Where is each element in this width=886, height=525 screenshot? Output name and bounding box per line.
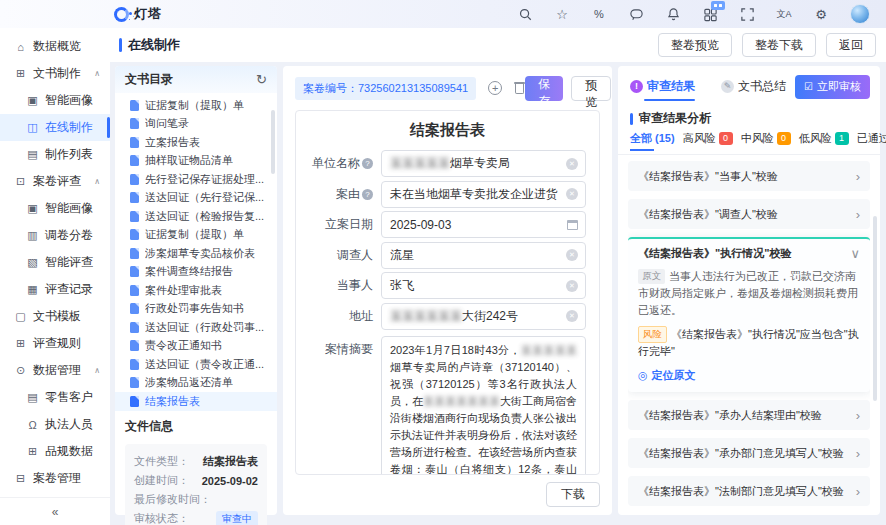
doc-item-4[interactable]: 先行登记保存证据处理... bbox=[115, 170, 277, 189]
sidebar-item-9[interactable]: ▦ 评查记录 bbox=[0, 276, 110, 303]
sidebar-item-12[interactable]: ⊙ 数据管理 ∧ bbox=[0, 357, 110, 384]
doc-item-9[interactable]: 案件调查终结报告 bbox=[115, 263, 277, 282]
download-button[interactable]: 下载 bbox=[546, 482, 600, 507]
file-icon bbox=[130, 377, 139, 388]
doc-item-10[interactable]: 案件处理审批表 bbox=[115, 281, 277, 300]
filter-mid-risk[interactable]: 中风险0 bbox=[741, 131, 791, 146]
review-now-button[interactable]: ☑ 立即审核 bbox=[795, 75, 870, 99]
download-all-button[interactable]: 整卷下载 bbox=[742, 33, 816, 57]
check-card-investigator[interactable]: 《结案报告表》"调查人"校验› bbox=[628, 199, 870, 229]
doc-item-8[interactable]: 涉案烟草专卖品核价表 bbox=[115, 244, 277, 263]
created-time-value: 2025-09-02 bbox=[202, 475, 258, 487]
topbar: 灯塔 ☆ % 文A ⚙ bbox=[0, 0, 886, 28]
header-actions: 整卷预览 整卷下载 返回 bbox=[658, 33, 876, 57]
sidebar-item-label: 评查记录 bbox=[45, 281, 93, 298]
check-card-closing-reason[interactable]: 《结案报告表》"承办人结案理由"校验› bbox=[628, 400, 870, 430]
clear-icon[interactable]: ✕ bbox=[566, 310, 578, 322]
sidebar-item-10[interactable]: ▢ 文书模板 bbox=[0, 303, 110, 330]
fullscreen-icon[interactable] bbox=[739, 6, 755, 22]
clear-icon[interactable]: ✕ bbox=[566, 249, 578, 261]
favorite-icon[interactable]: ☆ bbox=[554, 6, 570, 22]
filter-all[interactable]: 全部 (15) bbox=[630, 131, 675, 146]
collapse-icon: « bbox=[52, 505, 59, 519]
check-card-dept-opinion[interactable]: 《结案报告表》"承办部门意见填写人"校验› bbox=[628, 438, 870, 468]
clear-icon[interactable]: ✕ bbox=[566, 158, 578, 170]
check-card-execution-header[interactable]: 《结案报告表》"执行情况"校验∨ bbox=[638, 246, 860, 261]
refresh-icon[interactable]: ↻ bbox=[256, 72, 267, 87]
sidebar-item-6[interactable]: ▣ 智能画像 bbox=[0, 195, 110, 222]
sidebar-item-15[interactable]: ⊞ 品规数据 bbox=[0, 438, 110, 465]
review-panel: ! 审查结果 ✎ 文书总结 ☑ 立即审核 审查结果分析 全部 (15) 高风险0… bbox=[618, 66, 880, 515]
doc-item-5[interactable]: 送达回证（先行登记保... bbox=[115, 189, 277, 208]
info-icon[interactable]: ? bbox=[362, 158, 373, 169]
translate-icon[interactable]: 文A bbox=[776, 6, 792, 22]
doc-list-scrollbar[interactable] bbox=[271, 110, 275, 174]
doc-item-16[interactable]: 结案报告表 bbox=[115, 392, 277, 411]
doc-item-12[interactable]: 送达回证（行政处罚事... bbox=[115, 318, 277, 337]
user-avatar[interactable] bbox=[850, 4, 870, 24]
discount-icon[interactable]: % bbox=[591, 6, 607, 22]
risk-tag: 风险 bbox=[638, 326, 667, 343]
tab-doc-summary[interactable]: ✎ 文书总结 bbox=[721, 78, 786, 95]
doc-item-label: 证据复制（提取）单 bbox=[145, 98, 244, 113]
investigator-input[interactable]: 流星 ✕ bbox=[381, 242, 586, 269]
file-type-row: 文件类型： 结案报告表 bbox=[134, 452, 258, 471]
sidebar-item-4[interactable]: ▤ 制作列表 bbox=[0, 141, 110, 168]
sidebar-item-13[interactable]: ▤ 零售客户 bbox=[0, 384, 110, 411]
back-button[interactable]: 返回 bbox=[826, 33, 876, 57]
doc-item-1[interactable]: 询问笔录 bbox=[115, 115, 277, 134]
filter-passed[interactable]: 已通过14 bbox=[857, 131, 886, 146]
delete-button[interactable] bbox=[514, 82, 525, 94]
review-scrollbar[interactable] bbox=[873, 216, 877, 401]
doc-item-0[interactable]: 证据复制（提取）单 bbox=[115, 96, 277, 115]
sidebar-item-8[interactable]: ▧ 智能评查 bbox=[0, 249, 110, 276]
doc-item-7[interactable]: 证据复制（提取）单 bbox=[115, 226, 277, 245]
sidebar-item-5[interactable]: ⊡ 案卷评查 ∧ bbox=[0, 168, 110, 195]
clear-icon[interactable]: ✕ bbox=[566, 280, 578, 292]
pencil-circle-icon: ✎ bbox=[721, 80, 734, 93]
doc-item-14[interactable]: 送达回证（责令改正通... bbox=[115, 355, 277, 374]
doc-item-13[interactable]: 责令改正通知书 bbox=[115, 337, 277, 356]
tab-review-result[interactable]: ! 审查结果 bbox=[630, 78, 695, 95]
sidebar-item-1[interactable]: ⊞ 文书制作 ∧ bbox=[0, 60, 110, 87]
app-logo-icon bbox=[114, 7, 129, 22]
preview-all-button[interactable]: 整卷预览 bbox=[658, 33, 732, 57]
check-card-party[interactable]: 《结案报告表》"当事人"校验› bbox=[628, 161, 870, 191]
locate-original-link[interactable]: ◎定位原文 bbox=[638, 368, 860, 383]
add-button[interactable]: + bbox=[488, 81, 502, 95]
sidebar-collapse-button[interactable]: « bbox=[0, 497, 110, 525]
info-icon[interactable]: ? bbox=[362, 189, 373, 200]
check-card-legal-opinion[interactable]: 《结案报告表》"法制部门意见填写人"校验› bbox=[628, 476, 870, 506]
sidebar-item-label: 品规数据 bbox=[45, 443, 93, 460]
clear-icon[interactable]: ✕ bbox=[566, 188, 578, 200]
sidebar-item-7[interactable]: ▥ 调卷分卷 bbox=[0, 222, 110, 249]
address-input[interactable]: 某某某某某某大街242号 ✕ bbox=[381, 303, 586, 330]
search-icon[interactable] bbox=[517, 6, 533, 22]
doc-item-2[interactable]: 立案报告表 bbox=[115, 133, 277, 152]
filing-date-input[interactable]: 2025-09-03 bbox=[381, 211, 586, 238]
sidebar-item-2[interactable]: ▣ 智能画像 bbox=[0, 87, 110, 114]
sidebar-item-16[interactable]: ⊟ 案卷管理 bbox=[0, 465, 110, 492]
sidebar-item-11[interactable]: ⊞ 评查规则 bbox=[0, 330, 110, 357]
cause-input[interactable]: 未在当地烟草专卖批发企业进货 ✕ bbox=[381, 181, 586, 208]
notification-icon[interactable] bbox=[665, 6, 681, 22]
party-input[interactable]: 张飞 ✕ bbox=[381, 272, 586, 299]
calendar-icon[interactable] bbox=[567, 220, 578, 230]
case-summary-textarea[interactable]: 2023年1月7日18时43分，某某某某某烟草专卖局的卢诗章（37120140）… bbox=[381, 336, 586, 476]
settings-icon[interactable]: ⚙ bbox=[813, 6, 829, 22]
sidebar-item-3[interactable]: ◫ 在线制作 bbox=[0, 114, 110, 141]
save-button[interactable]: 保存 bbox=[525, 76, 563, 101]
filter-high-risk[interactable]: 高风险0 bbox=[683, 131, 733, 146]
preview-button[interactable]: 预览 bbox=[571, 76, 611, 101]
filter-low-risk[interactable]: 低风险1 bbox=[799, 131, 849, 146]
doc-item-15[interactable]: 涉案物品返还清单 bbox=[115, 374, 277, 393]
sidebar-item-0[interactable]: ⌂ 数据概览 bbox=[0, 33, 110, 60]
unit-name-input[interactable]: 某某某某某烟草专卖局 ✕ bbox=[381, 150, 586, 177]
message-icon[interactable] bbox=[628, 6, 644, 22]
doc-item-label: 行政处罚事先告知书 bbox=[145, 301, 244, 316]
doc-item-3[interactable]: 抽样取证物品清单 bbox=[115, 152, 277, 171]
apps-grid-icon[interactable] bbox=[702, 6, 718, 22]
doc-item-11[interactable]: 行政处罚事先告知书 bbox=[115, 300, 277, 319]
doc-item-6[interactable]: 送达回证（检验报告复... bbox=[115, 207, 277, 226]
sidebar-item-14[interactable]: Ω 执法人员 bbox=[0, 411, 110, 438]
